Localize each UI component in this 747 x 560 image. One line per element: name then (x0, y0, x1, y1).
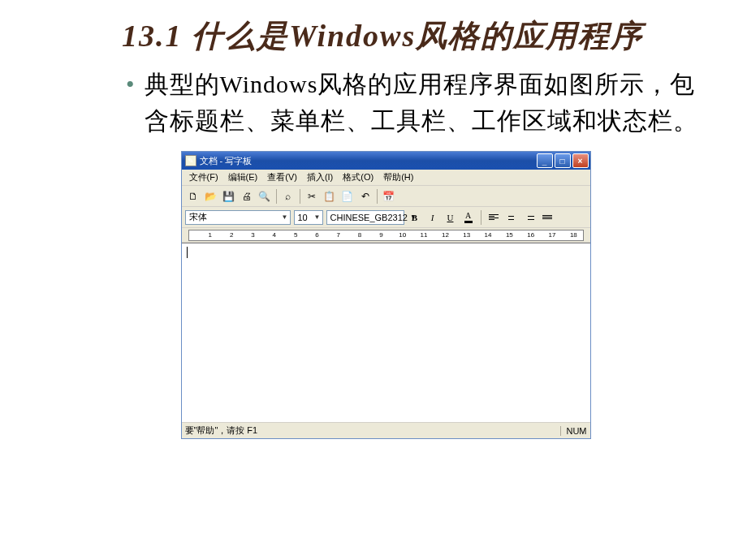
bullets-button[interactable] (540, 210, 555, 225)
fontsize-dropdown[interactable]: 10 ▼ (294, 210, 323, 225)
ruler[interactable]: 123456789101112131415161718 (182, 228, 590, 243)
ruler-mark: 5 (294, 231, 297, 239)
ruler-mark: 6 (315, 231, 318, 239)
find-button[interactable]: ⌕ (280, 188, 296, 205)
menu-view[interactable]: 查看(V) (263, 170, 301, 185)
ruler-mark: 1 (209, 231, 212, 239)
window-title: 文档 - 写字板 (200, 155, 537, 167)
ruler-mark: 11 (421, 231, 428, 239)
ruler-mark: 9 (379, 231, 382, 239)
ruler-mark: 17 (549, 231, 556, 239)
menu-edit[interactable]: 编辑(E) (224, 170, 262, 185)
document-area[interactable] (182, 243, 590, 422)
slide-title: 13.1 什么是Windows风格的应用程序 (0, 16, 747, 56)
separator (481, 210, 481, 225)
charset-dropdown[interactable]: CHINESE_GB2312 ▼ (326, 210, 404, 225)
menu-insert[interactable]: 插入(I) (303, 170, 337, 185)
ruler-mark: 2 (230, 231, 233, 239)
preview-button[interactable]: 🔍 (257, 188, 273, 205)
ruler-mark: 7 (337, 231, 340, 239)
font-value: 宋体 (189, 211, 207, 223)
ruler-mark: 12 (442, 231, 449, 239)
align-right-button[interactable] (522, 210, 537, 225)
align-center-button[interactable] (504, 210, 519, 225)
app-icon: ✎ (185, 155, 196, 166)
fontsize-value: 10 (298, 213, 308, 222)
charset-value: CHINESE_GB2312 (330, 213, 408, 222)
menu-format[interactable]: 格式(O) (339, 170, 378, 185)
open-button[interactable]: 📂 (203, 188, 219, 205)
window-controls: _ □ × (537, 153, 589, 168)
wordpad-window: ✎ 文档 - 写字板 _ □ × 文件(F) 编辑(E) 查看(V) 插入(I)… (181, 151, 591, 439)
underline-button[interactable]: U (443, 210, 458, 225)
align-left-button[interactable] (486, 210, 501, 225)
ruler-strip: 123456789101112131415161718 (188, 230, 584, 241)
italic-button[interactable]: I (425, 210, 440, 225)
separator (377, 189, 378, 204)
font-dropdown[interactable]: 宋体 ▼ (185, 210, 291, 225)
ruler-mark: 4 (273, 231, 276, 239)
ruler-mark: 16 (527, 231, 534, 239)
format-toolbar: 宋体 ▼ 10 ▼ CHINESE_GB2312 ▼ B I U A (182, 207, 590, 228)
slide-body-text: 典型的Windows风格的应用程序界面如图所示，包含标题栏、菜单栏、工具栏、工作… (145, 66, 698, 139)
menu-help[interactable]: 帮助(H) (379, 170, 417, 185)
status-num-indicator: NUM (560, 426, 586, 436)
maximize-button[interactable]: □ (555, 153, 571, 168)
ruler-mark: 3 (251, 231, 254, 239)
dropdown-arrow-icon: ▼ (279, 213, 288, 221)
new-button[interactable]: 🗋 (185, 188, 201, 205)
menubar: 文件(F) 编辑(E) 查看(V) 插入(I) 格式(O) 帮助(H) (182, 170, 590, 186)
menu-file[interactable]: 文件(F) (185, 170, 222, 185)
separator (300, 189, 300, 204)
ruler-mark: 15 (506, 231, 513, 239)
bullet-icon: • (126, 71, 135, 98)
undo-button[interactable]: ↶ (357, 188, 374, 205)
separator (276, 189, 277, 204)
dropdown-arrow-icon: ▼ (312, 213, 321, 221)
titlebar[interactable]: ✎ 文档 - 写字板 _ □ × (182, 152, 590, 170)
ruler-mark: 8 (358, 231, 361, 239)
paste-button[interactable]: 📄 (339, 188, 356, 205)
save-button[interactable]: 💾 (221, 188, 237, 205)
minimize-button[interactable]: _ (537, 153, 553, 168)
text-cursor (187, 247, 188, 258)
cut-button[interactable]: ✂ (304, 188, 320, 205)
ruler-mark: 14 (485, 231, 492, 239)
bold-button[interactable]: B (408, 210, 422, 225)
color-button[interactable]: A (461, 210, 476, 225)
status-help-text: 要"帮助"，请按 F1 (185, 424, 561, 437)
ruler-mark: 18 (570, 231, 577, 239)
standard-toolbar: 🗋 📂 💾 🖨 🔍 ⌕ ✂ 📋 📄 ↶ 📅 (182, 186, 590, 207)
ruler-mark: 10 (399, 231, 406, 239)
statusbar: 要"帮助"，请按 F1 NUM (182, 422, 590, 438)
copy-button[interactable]: 📋 (322, 188, 338, 205)
ruler-mark: 13 (463, 231, 470, 239)
datetime-button[interactable]: 📅 (381, 188, 397, 205)
bullet-row: • 典型的Windows风格的应用程序界面如图所示，包含标题栏、菜单栏、工具栏、… (0, 66, 747, 139)
close-button[interactable]: × (572, 153, 589, 168)
print-button[interactable]: 🖨 (239, 188, 255, 205)
